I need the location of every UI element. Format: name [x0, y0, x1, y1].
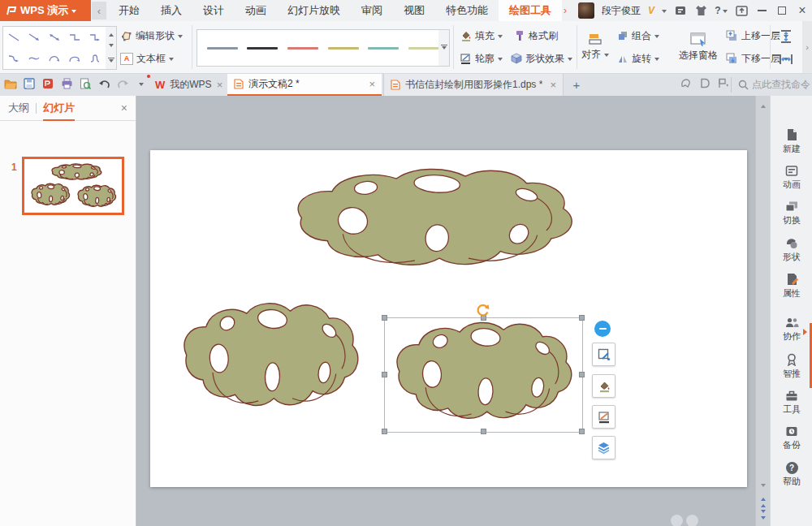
line-style-swatch[interactable] [287, 47, 318, 50]
line-style-swatch[interactable] [247, 47, 278, 50]
arc-shape-icon[interactable] [48, 54, 61, 63]
upload-share-icon[interactable] [735, 4, 748, 17]
elbow-arrow-connector-icon[interactable] [89, 32, 102, 42]
shape-gallery-scroll[interactable] [106, 26, 117, 70]
quick-outline-button[interactable] [592, 405, 615, 429]
ribbon-expand-strip[interactable]: › [802, 21, 812, 73]
curved-connector-icon[interactable] [7, 54, 20, 63]
print-preview-icon[interactable] [79, 77, 92, 90]
resize-handle-e[interactable] [579, 372, 585, 377]
skin-theme-icon[interactable] [694, 4, 707, 17]
text-box-button[interactable]: A 文本框 [120, 52, 183, 66]
sidebar-item-new[interactable]: 新建 [771, 128, 812, 155]
previous-slide-button[interactable] [756, 494, 771, 508]
workspace-icon[interactable] [718, 78, 729, 88]
menu-tab-drawing-tools[interactable]: 绘图工具 [499, 0, 562, 21]
edit-shape-button[interactable]: 编辑形状 [120, 29, 183, 43]
quick-edit-shape-button[interactable] [592, 343, 615, 366]
undo-icon[interactable] [97, 77, 110, 90]
close-button[interactable]: × [796, 4, 809, 17]
vip-badge[interactable]: V [648, 5, 654, 16]
line-gallery-more-button[interactable] [438, 29, 450, 67]
view-dot[interactable] [671, 515, 683, 526]
distribute-vertical-icon[interactable] [780, 29, 793, 44]
line-shape-icon[interactable] [7, 32, 20, 42]
rotate-button[interactable]: 旋转 [617, 52, 671, 66]
selection-pane-button[interactable]: 选择窗格 [679, 32, 718, 63]
app-logo[interactable]: WPS 演示 [0, 0, 91, 21]
line-style-swatch[interactable] [328, 47, 359, 50]
elbow-connector-icon[interactable] [68, 32, 81, 42]
quick-layer-button[interactable] [592, 436, 615, 459]
resize-handle-nw[interactable] [382, 315, 387, 321]
resize-handle-sw[interactable] [382, 429, 387, 434]
resize-handle-s[interactable] [481, 429, 486, 434]
vertical-scrollbar[interactable] [755, 96, 770, 526]
cloud-shape-bottom-left[interactable] [173, 299, 367, 416]
menu-tab-view[interactable]: 视图 [393, 0, 435, 21]
curve-shape-icon[interactable] [28, 54, 41, 63]
close-tab-icon[interactable]: × [550, 79, 556, 91]
restore-button[interactable] [775, 4, 788, 17]
line-style-swatch[interactable] [207, 47, 238, 50]
message-center-icon[interactable] [674, 4, 687, 17]
customize-toolbar-caret-icon[interactable] [135, 77, 148, 90]
sidebar-item-shapes[interactable]: 形状 [771, 237, 812, 263]
next-slide-button[interactable] [756, 508, 771, 523]
menu-tab-design[interactable]: 设计 [192, 0, 235, 21]
outline-button[interactable]: 轮廓 [460, 52, 503, 66]
line-style-swatch[interactable] [368, 47, 399, 50]
menu-tab-review[interactable]: 审阅 [351, 0, 393, 21]
open-file-icon[interactable] [4, 77, 17, 90]
collapse-toolbar-button[interactable] [594, 321, 611, 337]
sidebar-item-transition[interactable]: 切换 [771, 200, 812, 226]
distribute-horizontal-icon[interactable] [779, 53, 793, 66]
sidebar-item-tools[interactable]: 工具 [771, 390, 812, 416]
gallery-more-icon[interactable] [108, 58, 114, 65]
sidebar-item-properties[interactable]: 属性 [771, 273, 812, 300]
tab-scroll-right-icon[interactable]: › [562, 5, 568, 16]
quick-fill-button[interactable] [592, 374, 615, 398]
command-search-box[interactable]: 点此查找命令 [731, 77, 810, 93]
selection-bounding-box[interactable] [384, 317, 583, 433]
user-menu-caret-icon[interactable] [662, 10, 667, 15]
save-icon[interactable] [23, 77, 36, 90]
ribbon-collapse-button[interactable]: ‹ [92, 2, 106, 19]
shape-effects-button[interactable]: 形状效果 [511, 52, 572, 66]
minimize-button[interactable] [755, 4, 768, 17]
fill-button[interactable]: 填充 [460, 29, 503, 43]
redo-icon[interactable] [116, 77, 129, 90]
line-style-swatch[interactable] [408, 47, 439, 50]
sidebar-item-animation[interactable]: 动画 [771, 165, 812, 191]
close-tab-icon[interactable]: × [369, 78, 375, 90]
sidebar-item-smart[interactable]: 智推 [771, 353, 812, 380]
user-name[interactable]: 段宇俊亚 [602, 4, 641, 18]
slide-canvas[interactable] [150, 150, 747, 487]
menu-tab-insert[interactable]: 插入 [150, 0, 192, 21]
view-dot[interactable] [686, 515, 698, 526]
user-avatar[interactable] [578, 2, 594, 19]
scroll-up-button[interactable] [756, 97, 771, 112]
export-pdf-icon[interactable] [41, 77, 54, 90]
canvas-workspace[interactable] [136, 96, 755, 526]
resize-handle-ne[interactable] [579, 315, 585, 321]
cloud-shape-top[interactable] [280, 165, 586, 274]
rotate-handle[interactable] [475, 304, 490, 317]
shape-gallery[interactable] [2, 26, 106, 70]
print-icon[interactable] [60, 77, 73, 90]
outline-tab[interactable]: 大纲 [8, 101, 29, 115]
sidebar-item-backup[interactable]: 备份 [771, 425, 812, 451]
sidebar-item-help[interactable]: ? 帮助 [771, 462, 812, 488]
format-painter-button[interactable]: 格式刷 [514, 29, 558, 43]
close-panel-icon[interactable]: × [121, 101, 127, 114]
menu-tab-slideshow[interactable]: 幻灯片放映 [277, 0, 351, 21]
slides-tab[interactable]: 幻灯片 [43, 101, 75, 115]
tab-my-wps[interactable]: W 我的WPS × [149, 74, 229, 96]
docer-icon[interactable] [699, 78, 710, 88]
new-tab-button[interactable]: + [568, 76, 585, 93]
close-tab-icon[interactable]: × [217, 79, 223, 91]
scroll-down-button[interactable] [756, 479, 771, 494]
menu-tab-animation[interactable]: 动画 [235, 0, 277, 21]
group-button[interactable]: 组合 [617, 29, 671, 43]
menu-tab-home[interactable]: 开始 [108, 0, 150, 21]
